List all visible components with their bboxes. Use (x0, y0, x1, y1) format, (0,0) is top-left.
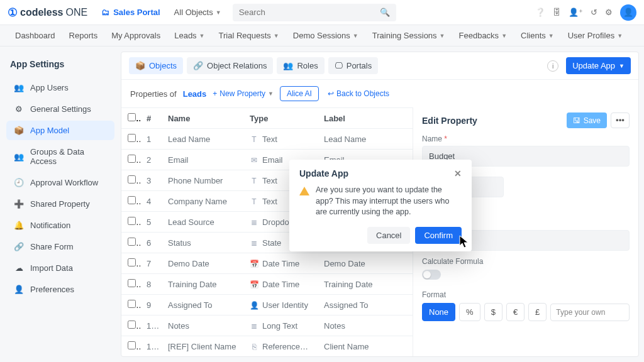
row-type: TText (243, 129, 318, 150)
type-icon: T (250, 197, 258, 206)
modal-title: Update App (299, 168, 348, 178)
table-row[interactable]: 11[REF] Client Name⎘Referenced P..Client… (121, 336, 413, 357)
sidebar: App Settings 👥App Users⚙General Settings… (0, 47, 121, 362)
format-custom-input[interactable]: Type your own (550, 304, 630, 321)
format-option[interactable]: £ (528, 303, 547, 321)
object-selector[interactable]: All Objects ▼ (174, 8, 221, 17)
gear-icon[interactable]: ⚙ (605, 8, 613, 17)
portal-label: Sales Portal (113, 8, 160, 17)
row-name: Status (162, 233, 243, 253)
nav-clients[interactable]: Clients▼ (521, 31, 554, 40)
row-name: Demo Date (162, 253, 243, 274)
row-checkbox[interactable] (128, 279, 136, 287)
row-checkbox[interactable] (128, 321, 136, 329)
row-checkbox[interactable] (128, 300, 136, 308)
sidebar-label: Preferences (30, 285, 74, 294)
row-checkbox[interactable] (128, 134, 136, 142)
row-num: 6 (140, 233, 162, 253)
global-search[interactable]: 🔍 (233, 4, 396, 21)
table-row[interactable]: 10Notes≣Long TextNotes (121, 315, 413, 336)
confirm-button[interactable]: Confirm (415, 227, 462, 244)
back-to-objects[interactable]: ↩ Back to Objects (328, 89, 389, 98)
more-actions-button[interactable]: ••• (611, 112, 630, 128)
row-num: 10 (140, 315, 162, 336)
chevron-down-icon: ▼ (501, 33, 507, 39)
nav-demo-sessions[interactable]: Demo Sessions▼ (293, 31, 358, 40)
users-icon[interactable]: 👤⁺ (569, 8, 583, 17)
nav-reports[interactable]: Reports (69, 31, 98, 40)
row-checkbox[interactable] (128, 196, 136, 204)
help-icon[interactable]: ❔ (535, 8, 545, 17)
alice-ai-button[interactable]: Alice AI (280, 86, 319, 101)
tab-label: Portals (347, 61, 372, 70)
sidebar-item-approval-workflow[interactable]: 🕘Approval Workflow (6, 173, 114, 192)
format-option[interactable]: $ (484, 303, 502, 321)
col-num: # (140, 108, 162, 129)
chevron-down-icon: ▼ (548, 33, 554, 39)
chevron-down-icon: ▼ (199, 33, 205, 39)
avatar[interactable]: 👤 (620, 4, 636, 21)
info-icon[interactable]: i (547, 60, 558, 72)
cancel-button[interactable]: Cancel (367, 227, 410, 244)
sidebar-icon: 👥 (14, 152, 24, 162)
type-icon: T (250, 135, 258, 144)
tab-label: Roles (297, 61, 318, 70)
history-icon[interactable]: ↺ (591, 8, 597, 17)
table-row[interactable]: 7Demo Date📅Date TimeDemo Date (121, 253, 413, 274)
nav-training-sessions[interactable]: Training Sessions▼ (372, 31, 445, 40)
row-checkbox[interactable] (128, 155, 136, 163)
sidebar-label: Notification (30, 221, 70, 230)
update-app-button[interactable]: Update App ▼ (566, 57, 631, 74)
row-label: Client Name (318, 336, 413, 357)
nav-tabs: DashboardReportsMy ApprovalsLeads▼Trial … (0, 25, 644, 47)
properties-object[interactable]: Leads (183, 89, 207, 99)
table-row[interactable]: 8Training Date📅Date TimeTraining Date (121, 274, 413, 295)
row-name: Training Date (162, 274, 243, 295)
sidebar-item-general-settings[interactable]: ⚙General Settings (6, 99, 114, 119)
row-checkbox[interactable] (128, 258, 136, 266)
new-property-label: New Property (219, 89, 265, 98)
sidebar-item-notification[interactable]: 🔔Notification (6, 216, 114, 235)
row-checkbox[interactable] (128, 175, 136, 184)
portal-link[interactable]: 🗂 Sales Portal (101, 8, 160, 17)
nav-trial-requests[interactable]: Trial Requests▼ (219, 31, 279, 40)
table-row[interactable]: 1Lead NameTTextLead Name (121, 129, 413, 150)
sidebar-item-share-form[interactable]: 🔗Share Form (6, 237, 114, 256)
format-option[interactable]: € (506, 303, 525, 321)
type-icon: 👤 (250, 301, 258, 310)
properties-prefix: Properties of (130, 89, 177, 99)
tab-portals[interactable]: 🖵Portals (328, 57, 378, 74)
format-option[interactable]: % (459, 303, 480, 321)
tab-objects[interactable]: 📦Objects (129, 57, 183, 74)
search-input[interactable] (239, 8, 365, 17)
select-all-checkbox[interactable] (128, 113, 136, 121)
sidebar-item-groups-data-access[interactable]: 👥Groups & Data Access (6, 142, 114, 171)
row-checkbox[interactable] (128, 238, 136, 246)
table-row[interactable]: 9Assigned To👤User IdentityAssigned To (121, 295, 413, 315)
tab-roles[interactable]: 👥Roles (277, 57, 324, 74)
new-property-button[interactable]: + New Property ▼ (213, 89, 274, 98)
data-icon[interactable]: 🗄 (553, 8, 561, 17)
tab-object-relations[interactable]: 🔗Object Relations (187, 57, 273, 74)
format-option[interactable]: None (422, 303, 455, 321)
nav-feedbacks[interactable]: Feedbacks▼ (459, 31, 508, 40)
nav-user-profiles[interactable]: User Profiles▼ (568, 31, 623, 40)
save-button[interactable]: 🖫 Save (567, 112, 607, 128)
sidebar-item-app-model[interactable]: 📦App Model (6, 121, 114, 140)
sidebar-item-app-users[interactable]: 👥App Users (6, 78, 114, 97)
close-icon[interactable]: ✕ (454, 168, 462, 178)
sidebar-item-shared-property[interactable]: ➕Shared Property (6, 194, 114, 214)
formula-toggle[interactable] (422, 270, 441, 280)
sidebar-item-import-data[interactable]: ☁Import Data (6, 258, 114, 278)
nav-leads[interactable]: Leads▼ (174, 31, 204, 40)
row-checkbox[interactable] (128, 217, 136, 225)
sidebar-label: App Users (30, 83, 69, 92)
sidebar-label: App Model (30, 126, 69, 135)
brand-logo-icon: ① (8, 6, 18, 19)
nav-dashboard[interactable]: Dashboard (15, 31, 55, 40)
row-checkbox[interactable] (128, 341, 136, 349)
content-tabs: 📦Objects🔗Object Relations👥Roles🖵Portals … (121, 52, 638, 80)
sidebar-item-preferences[interactable]: 👤Preferences (6, 280, 114, 299)
nav-my-approvals[interactable]: My Approvals (111, 31, 160, 40)
cursor-icon (459, 235, 469, 249)
